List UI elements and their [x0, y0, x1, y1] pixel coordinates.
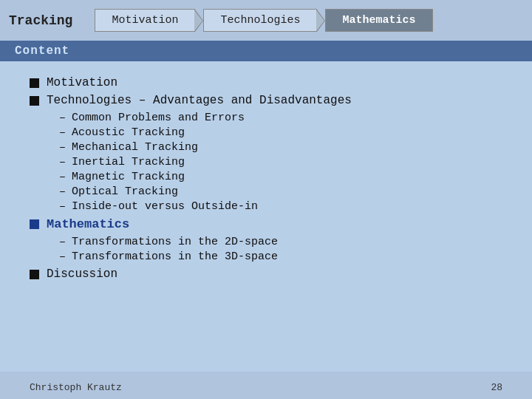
bullet-square-technologies: [30, 96, 39, 106]
footer: Christoph Krautz 28: [30, 382, 502, 393]
bullet-label-motivation: Motivation: [47, 76, 117, 89]
sub-item-1: – Acoustic Tracking: [59, 126, 502, 139]
footer-page: 28: [491, 382, 502, 393]
tab-arrow-2: [316, 10, 324, 31]
sub-item-0: – Common Problems and Errors: [59, 112, 502, 124]
bullet-label-mathematics: Mathematics: [47, 217, 129, 231]
tab-technologies[interactable]: Technologies: [203, 9, 317, 32]
bullet-mathematics: Mathematics: [30, 217, 502, 231]
header: Tracking Motivation Technologies Mathema…: [0, 0, 532, 41]
sub-math-0: – Transformations in the 2D-space: [59, 236, 502, 248]
bullet-square-discussion: [30, 270, 39, 279]
content-bar: Content: [0, 41, 532, 61]
sub-list-technologies: – Common Problems and Errors – Acoustic …: [59, 112, 502, 213]
bullet-discussion: Discussion: [30, 267, 502, 281]
bullet-square-motivation: [30, 78, 39, 88]
tab-motivation[interactable]: Motivation: [95, 9, 195, 32]
footer-author: Christoph Krautz: [30, 382, 122, 393]
tab-arrow-1: [194, 10, 202, 31]
bullet-motivation: Motivation: [30, 76, 502, 89]
sub-item-2: – Mechanical Tracking: [59, 141, 502, 154]
bullet-square-mathematics: [30, 219, 39, 229]
tab-mathematics[interactable]: Mathematics: [325, 9, 432, 32]
main-content: Motivation Technologies – Advantages and…: [0, 61, 532, 372]
bullet-label-discussion: Discussion: [47, 267, 117, 281]
sub-item-3: – Inertial Tracking: [59, 156, 502, 168]
sub-list-mathematics: – Transformations in the 2D-space – Tran…: [59, 236, 502, 263]
sub-item-6: – Inside-out versus Outside-in: [59, 200, 502, 213]
slide-title: Tracking: [9, 13, 72, 28]
sub-item-5: – Optical Tracking: [59, 185, 502, 198]
bullet-technologies: Technologies – Advantages and Disadvanta…: [30, 94, 502, 107]
sub-item-4: – Magnetic Tracking: [59, 171, 502, 183]
nav-tabs: Motivation Technologies Mathematics: [95, 9, 432, 32]
sub-math-1: – Transformations in the 3D-space: [59, 250, 502, 263]
bullet-label-technologies: Technologies – Advantages and Disadvanta…: [47, 94, 352, 107]
